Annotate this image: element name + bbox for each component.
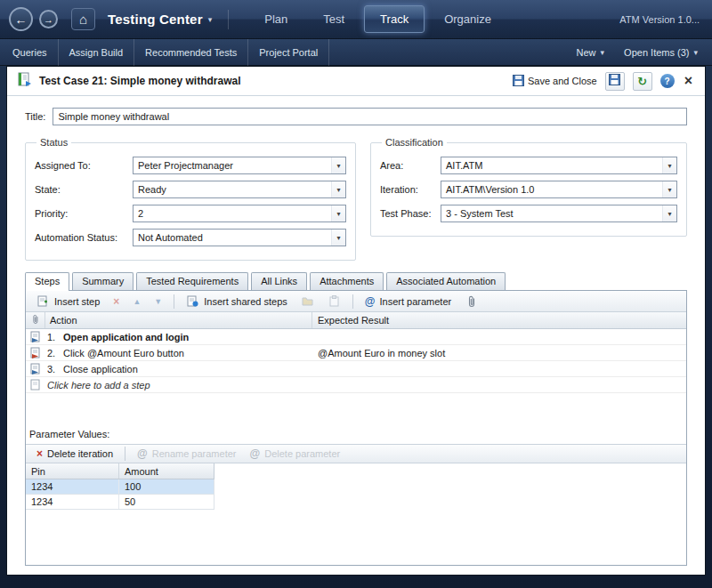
- top-tab-strip: Plan Test Track Organize: [248, 5, 507, 33]
- test-phase-value: 3 - System Test: [446, 208, 514, 219]
- area-combobox[interactable]: AIT.ATM ▾: [441, 157, 677, 174]
- forward-button[interactable]: →: [39, 10, 58, 28]
- menu-bar: Queries Assign Build Recommended Tests P…: [0, 39, 712, 66]
- pin-cell[interactable]: 1234: [26, 495, 119, 509]
- attachment-column-header[interactable]: [26, 312, 45, 328]
- chevron-down-icon[interactable]: ▾: [331, 181, 345, 197]
- menu-item-queries[interactable]: Queries: [9, 39, 59, 66]
- save-and-close-button[interactable]: Save and Close: [513, 75, 597, 88]
- step-icon: [26, 331, 45, 342]
- open-shared-steps-button[interactable]: [295, 294, 320, 308]
- center-switcher[interactable]: Testing Center ▾: [104, 12, 221, 27]
- assigned-to-combobox[interactable]: Peter Projectmanager ▾: [133, 157, 346, 174]
- step-expected-text[interactable]: @Amount Euro in money slot: [312, 348, 686, 358]
- amount-column-header[interactable]: Amount: [119, 463, 213, 479]
- move-step-down-button[interactable]: ▼: [149, 295, 167, 308]
- delete-iteration-button[interactable]: × Delete iteration: [31, 446, 118, 462]
- add-step-row[interactable]: Click here to add a step: [26, 377, 686, 393]
- back-button[interactable]: ←: [9, 7, 33, 31]
- delete-step-button[interactable]: ×: [108, 294, 125, 310]
- add-step-text[interactable]: Click here to add a step: [47, 380, 150, 391]
- help-button[interactable]: ?: [660, 74, 675, 88]
- move-step-up-button[interactable]: ▲: [127, 295, 146, 308]
- tab-test[interactable]: Test: [307, 5, 360, 33]
- steps-grid-header: Action Expected Result: [26, 312, 686, 329]
- menu-item-assign-build[interactable]: Assign Build: [59, 39, 135, 66]
- open-items-label: Open Items (3): [624, 47, 689, 58]
- create-shared-steps-button[interactable]: [322, 294, 346, 309]
- forward-arrow-icon: →: [44, 14, 53, 25]
- classification-group: Classification Area: AIT.ATM ▾ Iteration…: [370, 137, 687, 237]
- parameter-row-1[interactable]: 1234 100: [26, 479, 214, 495]
- delete-parameter-label: Delete parameter: [264, 448, 340, 459]
- rename-parameter-button[interactable]: @ Rename parameter: [132, 446, 241, 462]
- pin-cell[interactable]: 1234: [26, 479, 119, 494]
- priority-value: 2: [138, 208, 143, 219]
- area-row: Area: AIT.ATM ▾: [380, 157, 677, 174]
- save-button[interactable]: [605, 72, 625, 91]
- state-combobox[interactable]: Ready ▾: [133, 181, 346, 198]
- amount-cell[interactable]: 50: [119, 495, 213, 509]
- step-action-text[interactable]: Click @Amount Euro button: [63, 348, 184, 358]
- step-action-text[interactable]: Close application: [63, 364, 138, 375]
- chevron-down-icon[interactable]: ▾: [331, 157, 345, 173]
- menu-item-project-portal[interactable]: Project Portal: [248, 39, 329, 66]
- step-row-2[interactable]: 2. Click @Amount Euro button @Amount Eur…: [26, 345, 686, 361]
- tab-organize[interactable]: Organize: [428, 5, 507, 33]
- pin-column-header[interactable]: Pin: [26, 463, 119, 479]
- tab-summary[interactable]: Summary: [72, 272, 134, 290]
- form-header: Test Case 21: Simple money withdrawal Sa…: [7, 67, 705, 96]
- delete-parameter-button[interactable]: @ Delete parameter: [245, 446, 346, 462]
- tab-track[interactable]: Track: [364, 5, 425, 33]
- step-row-3[interactable]: 3. Close application: [26, 361, 686, 377]
- field-groups: Status Assigned To: Peter Projectmanager…: [7, 132, 705, 261]
- step-number: 2.: [47, 348, 61, 358]
- test-case-icon: [18, 72, 32, 90]
- step-icon: [26, 347, 45, 358]
- step-action-text[interactable]: Open application and login: [63, 332, 189, 342]
- amount-cell[interactable]: 100: [119, 479, 213, 494]
- refresh-button[interactable]: ↻: [633, 72, 652, 91]
- action-column-header[interactable]: Action: [45, 312, 312, 328]
- top-navigation-bar: ← → ⌂ Testing Center ▾ Plan Test Track O…: [0, 0, 712, 39]
- chevron-down-icon[interactable]: ▾: [662, 181, 676, 197]
- refresh-icon: ↻: [637, 75, 647, 88]
- back-arrow-icon: ←: [15, 12, 28, 27]
- open-items-menu[interactable]: Open Items (3) ▾: [624, 47, 698, 58]
- parameter-values-label: Parameter Values:: [26, 429, 686, 444]
- chevron-down-icon[interactable]: ▾: [331, 230, 345, 246]
- title-input[interactable]: [53, 108, 687, 125]
- tab-tested-requirements[interactable]: Tested Requirements: [136, 272, 248, 290]
- insert-step-button[interactable]: Insert step: [31, 294, 105, 309]
- chevron-down-icon[interactable]: ▾: [662, 205, 676, 222]
- menu-item-recommended-tests[interactable]: Recommended Tests: [134, 39, 248, 66]
- save-and-close-label: Save and Close: [528, 76, 597, 86]
- tab-steps[interactable]: Steps: [25, 272, 69, 290]
- expected-result-column-header[interactable]: Expected Result: [312, 313, 686, 327]
- tab-attachments[interactable]: Attachments: [310, 272, 384, 290]
- iteration-combobox[interactable]: AIT.ATM\Version 1.0 ▾: [441, 181, 677, 198]
- new-menu[interactable]: New ▾: [577, 47, 605, 58]
- close-button[interactable]: ×: [683, 74, 694, 88]
- test-phase-label: Test Phase:: [380, 208, 441, 219]
- test-phase-combobox[interactable]: 3 - System Test ▾: [441, 205, 677, 222]
- priority-combobox[interactable]: 2 ▾: [133, 205, 346, 222]
- tab-associated-automation[interactable]: Associated Automation: [386, 272, 506, 290]
- insert-step-icon: [36, 295, 50, 307]
- insert-shared-steps-icon: [186, 295, 199, 307]
- tab-all-links[interactable]: All Links: [251, 272, 307, 290]
- tab-plan[interactable]: Plan: [248, 5, 303, 33]
- chevron-down-icon[interactable]: ▾: [331, 205, 345, 222]
- attach-to-step-button[interactable]: [459, 294, 483, 310]
- application-window: ← → ⌂ Testing Center ▾ Plan Test Track O…: [0, 0, 712, 588]
- chevron-down-icon: ▾: [693, 48, 698, 57]
- chevron-down-icon[interactable]: ▾: [662, 157, 676, 173]
- automation-status-combobox[interactable]: Not Automated ▾: [133, 229, 346, 246]
- priority-label: Priority:: [35, 208, 133, 219]
- insert-shared-steps-button[interactable]: Insert shared steps: [181, 294, 293, 309]
- insert-parameter-button[interactable]: @ Insert parameter: [360, 294, 457, 310]
- home-button[interactable]: ⌂: [71, 8, 95, 30]
- parameter-row-2[interactable]: 1234 50: [26, 495, 214, 510]
- step-row-1[interactable]: 1. Open application and login: [26, 329, 686, 345]
- paperclip-icon: [31, 314, 39, 326]
